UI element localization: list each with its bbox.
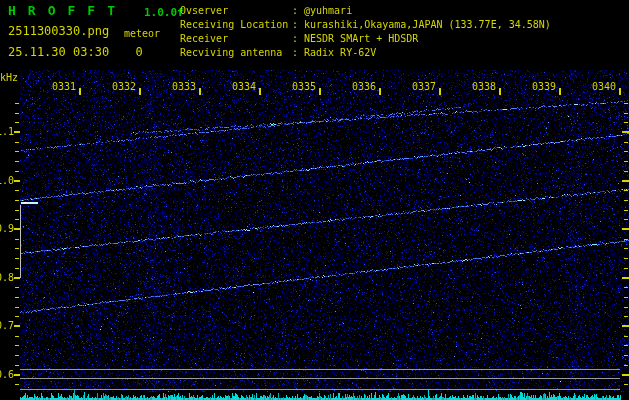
info-row-location: Receiving Location : kurashiki,Okayama,J…: [0, 19, 629, 32]
time-tick-label: 0333: [170, 81, 196, 93]
freq-tick-label: 0.9: [0, 223, 13, 235]
time-tick-label: 0331: [50, 81, 76, 93]
hrofft-output-window: HROFFT 1.0.0f 2511300330.png meteor 25.1…: [0, 0, 629, 400]
time-tick-label: 0340: [590, 81, 616, 93]
time-tick-label: 0336: [350, 81, 376, 93]
info-row-receiver: Receiver : NESDR SMArt + HDSDR: [0, 33, 629, 46]
info-label: Ovserver: [180, 5, 228, 16]
info-value: Radix RY-62V: [304, 47, 376, 58]
time-tick-label: 0338: [470, 81, 496, 93]
info-row-antenna: Recviving antenna : Radix RY-62V: [0, 47, 629, 60]
freq-tick-label: 0.7: [0, 320, 13, 332]
time-tick-label: 0334: [230, 81, 256, 93]
time-tick-label: 0337: [410, 81, 436, 93]
info-value: kurashiki,Okayama,JAPAN (133.77E, 34.58N…: [304, 19, 551, 30]
freq-axis-unit: kHz: [0, 72, 18, 83]
info-colon: :: [292, 47, 298, 58]
freq-tick-label: 0.6: [0, 369, 13, 381]
info-value: NESDR SMArt + HDSDR: [304, 33, 418, 44]
info-colon: :: [292, 33, 298, 44]
spectrogram-canvas: [0, 0, 629, 400]
info-value: @yuhmari: [304, 5, 352, 16]
freq-tick-label: 0.8: [0, 272, 13, 284]
freq-tick-label: 1.0: [0, 175, 13, 187]
info-label: Recviving antenna: [180, 47, 282, 58]
info-label: Receiving Location: [180, 19, 288, 30]
time-tick-label: 0339: [530, 81, 556, 93]
info-row-observer: Ovserver : @yuhmari: [0, 5, 629, 18]
info-colon: :: [292, 5, 298, 16]
info-label: Receiver: [180, 33, 228, 44]
freq-tick-label: 1.1: [0, 126, 13, 138]
time-tick-label: 0332: [110, 81, 136, 93]
time-tick-label: 0335: [290, 81, 316, 93]
info-colon: :: [292, 19, 298, 30]
